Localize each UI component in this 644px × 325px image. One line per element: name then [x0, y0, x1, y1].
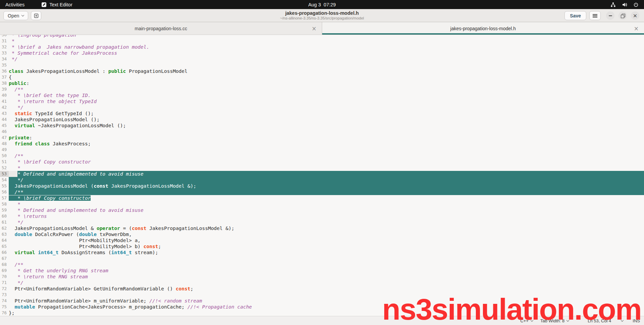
code-line: 42 */: [0, 104, 644, 110]
line-number: 73: [0, 292, 9, 298]
code-line: 32 * \brief a Jakes narrowband propagati…: [0, 44, 644, 50]
line-number: 64: [0, 237, 9, 243]
menu-button[interactable]: [589, 11, 601, 20]
code-line: 55 JakesPropagationLossModel (const Jake…: [0, 183, 644, 189]
code-line: 69 * Get the underlying RNG stream: [0, 268, 644, 274]
code-line: 45 virtual ~JakesPropagationLossModel ()…: [0, 123, 644, 129]
code-line: 49: [0, 147, 644, 153]
close-button[interactable]: ×: [631, 11, 639, 20]
code-line: 53 * Defined and unimplemented to avoid …: [0, 171, 644, 177]
tab-bar: main-propagation-loss.cc × jakes-propaga…: [0, 22, 644, 35]
line-number: 40: [0, 92, 9, 98]
line-number: 54: [0, 177, 9, 183]
minimize-button[interactable]: [606, 11, 614, 20]
tab-close-icon[interactable]: ×: [634, 25, 639, 32]
line-number: 50: [0, 153, 9, 159]
line-number: 34: [0, 56, 9, 62]
line-number: 44: [0, 117, 9, 123]
tab-close-icon[interactable]: ×: [312, 25, 316, 32]
hamburger-icon: [593, 14, 597, 17]
goto-line-button[interactable]: [621, 320, 623, 321]
line-number: 43: [0, 110, 9, 117]
focused-app-menu[interactable]: Text Editor: [41, 2, 72, 7]
line-number: 75: [0, 304, 9, 310]
line-number: 59: [0, 207, 9, 213]
line-number: 36: [0, 68, 9, 74]
open-button[interactable]: Open: [3, 11, 28, 20]
line-number: 41: [0, 98, 9, 104]
code-line: 74 Ptr<UniformRandomVariable> m_uniformV…: [0, 298, 644, 304]
minimize-icon: [609, 15, 612, 16]
tab-width-label: Tab Width: 8: [540, 318, 564, 323]
line-number: 39: [0, 86, 9, 92]
code-line: 38public:: [0, 80, 644, 86]
restore-button[interactable]: [618, 11, 627, 20]
new-tab-button[interactable]: [31, 11, 41, 20]
chevron-down-icon: [566, 319, 569, 321]
insert-mode-indicator: INS: [633, 318, 640, 323]
code-line: 44 JakesPropagationLossModel ();: [0, 117, 644, 123]
activities-button[interactable]: Activities: [5, 2, 24, 7]
language-label: C++: [520, 318, 529, 323]
line-number: 62: [0, 225, 9, 231]
line-number: 32: [0, 44, 9, 50]
tab-jakes-propagation-loss-model[interactable]: jakes-propagation-loss-model.h ×: [322, 22, 644, 35]
line-number: 53: [0, 171, 9, 177]
code-line: 71 */: [0, 280, 644, 286]
code-line: 31 *: [0, 38, 644, 44]
line-number: 49: [0, 147, 9, 153]
code-line: 35: [0, 62, 644, 68]
tab-label: jakes-propagation-loss-model.h: [450, 26, 516, 31]
tab-label: main-propagation-loss.cc: [135, 26, 187, 31]
line-number: 63: [0, 231, 9, 237]
close-icon: ×: [633, 13, 637, 18]
network-icon: [610, 2, 616, 7]
save-button[interactable]: Save: [564, 11, 586, 20]
code-line: 46: [0, 129, 644, 135]
line-number: 48: [0, 141, 9, 147]
code-line: 30 * \ingroup propagation: [0, 35, 644, 38]
text-editor-app-icon: [41, 2, 47, 7]
status-bar: C++ Tab Width: 8 Ln 53, Col 4 INS: [0, 316, 644, 325]
line-number: 33: [0, 50, 9, 56]
code-line: 59 * Defined and unimplemented to avoid …: [0, 207, 644, 213]
line-number: 72: [0, 286, 9, 292]
line-number: 68: [0, 262, 9, 268]
open-button-label: Open: [8, 13, 19, 18]
line-number: 61: [0, 219, 9, 225]
line-number: 58: [0, 201, 9, 207]
text-editor-window: Activities Text Editor Aug 3 07:29 Open …: [0, 0, 644, 325]
new-document-icon: [34, 13, 39, 18]
line-number: 47: [0, 135, 9, 141]
line-number: 70: [0, 274, 9, 280]
code-line: 41 * \return the object TypeId: [0, 98, 644, 104]
code-line: 56 /**: [0, 189, 644, 195]
line-number: 60: [0, 213, 9, 219]
code-line: 60 * \returns: [0, 213, 644, 219]
line-number: 74: [0, 298, 9, 304]
cursor-position[interactable]: Ln 53, Col 4: [588, 318, 611, 323]
line-number: 71: [0, 280, 9, 286]
code-line: 72 Ptr<UniformRandomVariable> GetUniform…: [0, 286, 644, 292]
clock[interactable]: Aug 3 07:29: [0, 2, 644, 7]
header-bar: Open jakes-propagation-loss-model.h ~/ns…: [0, 9, 644, 22]
line-number: 66: [0, 249, 9, 256]
code-line: 37{: [0, 74, 644, 80]
code-area[interactable]: 30 * \ingroup propagation31 *32 * \brief…: [0, 35, 644, 316]
code-line: 51 * \brief Copy constructor: [0, 159, 644, 165]
code-line: 33 * Symmetrical cache for JakesProcess: [0, 50, 644, 56]
tab-width-selector[interactable]: Tab Width: 8: [540, 318, 569, 323]
line-number: 69: [0, 268, 9, 274]
code-line: 62 JakesPropagationLossModel & operator …: [0, 225, 644, 231]
code-line: 75 mutable PropagationCache<JakesProcess…: [0, 304, 644, 310]
system-status-area[interactable]: [610, 2, 644, 7]
line-number: 52: [0, 165, 9, 171]
code-line: 54 */: [0, 177, 644, 183]
volume-icon: [622, 2, 627, 7]
restore-icon: [621, 14, 625, 18]
code-line: 47private:: [0, 135, 644, 141]
tab-main-propagation-loss[interactable]: main-propagation-loss.cc ×: [0, 22, 322, 35]
code-line: 57 * \brief Copy constructor: [0, 195, 644, 201]
language-selector[interactable]: C++: [520, 318, 533, 323]
window-title: jakes-propagation-loss-model.h: [0, 10, 644, 16]
